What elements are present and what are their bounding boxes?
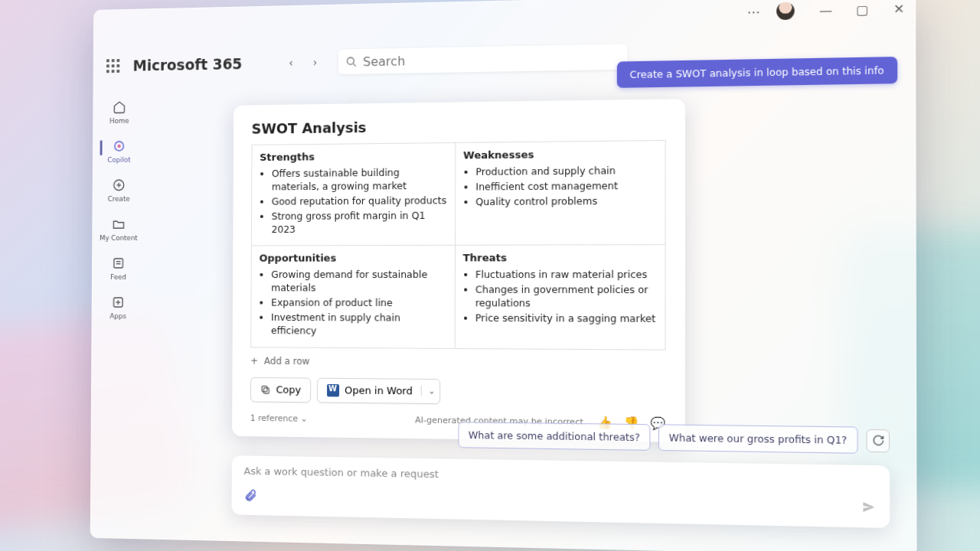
add-row-label: Add a row [264,355,310,367]
home-icon [112,99,126,115]
swot-table: Strengths Offers sustainable building ma… [250,140,665,350]
close-button[interactable]: ✕ [894,4,904,14]
quadrant-heading: Opportunities [260,252,447,264]
card-title: SWOT Analysis [252,115,666,136]
sidebar-item-mycontent[interactable]: My Content [100,217,138,242]
refresh-suggestions-button[interactable] [866,429,890,452]
apps-icon [111,295,126,310]
svg-point-0 [348,57,354,64]
minimize-button[interactable]: — [821,5,831,15]
sidebar-item-home[interactable]: Home [109,99,129,125]
add-row-button[interactable]: + Add a row [250,355,665,369]
suggestion-row: What are some additional threats? What w… [458,422,890,454]
sidebar-item-label: Home [109,117,129,125]
open-in-word-button[interactable]: Open in Word ⌄ [317,377,441,403]
list-item: Expansion of product line [271,297,446,311]
composer-placeholder: Ask a work question or make a request [244,465,877,487]
svg-rect-7 [114,259,123,268]
word-icon [327,384,339,397]
refresh-icon [872,434,884,446]
copy-icon [260,384,271,395]
sidebar-item-label: Feed [110,273,126,281]
list-item: Fluctuations in raw material prices [475,269,657,282]
sidebar-item-copilot[interactable]: Copilot [107,139,131,164]
paperclip-icon [243,488,257,503]
app-window: ⋯ — ▢ ✕ Microsoft 365 ‹ › Search Home Co… [90,0,917,551]
chevron-down-icon[interactable]: ⌄ [421,386,436,396]
copy-button[interactable]: Copy [250,377,311,403]
copy-label: Copy [276,384,301,396]
plus-circle-icon [112,178,126,193]
quadrant-heading: Weaknesses [463,147,657,161]
app-launcher-icon[interactable] [106,59,119,73]
reference-toggle[interactable]: 1 reference ⌄ [250,413,308,424]
quadrant-strengths: Strengths Offers sustainable building ma… [251,142,455,246]
list-item: Investment in supply chain efficiency [271,311,446,339]
sidebar-item-feed[interactable]: Feed [110,256,126,281]
list-item: Inefficient cost management [475,179,657,194]
sidebar-item-label: My Content [100,234,138,242]
more-button[interactable]: ⋯ [747,4,762,19]
composer[interactable]: Ask a work question or make a request [232,455,890,528]
list-item: Offers sustainable building materials, a… [272,166,447,194]
list-item: Quality control problems [475,194,657,209]
suggestion-chip[interactable]: What are some additional threats? [458,422,650,451]
quadrant-heading: Threats [463,252,657,264]
folder-icon [111,217,126,232]
plus-icon: + [250,355,258,366]
response-card: SWOT Analysis Strengths Offers sustainab… [232,99,685,442]
svg-rect-13 [263,388,269,393]
sidebar-item-label: Apps [109,312,126,320]
open-word-label: Open in Word [345,384,413,396]
action-row: Copy Open in Word ⌄ [250,377,666,406]
sidebar-item-label: Copilot [107,156,130,164]
list-item: Strong gross profit margin in Q1 2023 [272,209,447,236]
list-item: Price sensitivity in a sagging market [475,312,657,326]
sidebar-item-create[interactable]: Create [108,178,130,203]
sidebar: Home Copilot Create My Content Feed Apps [97,99,140,321]
svg-point-3 [117,145,120,148]
quadrant-threats: Threats Fluctuations in raw material pri… [455,245,665,350]
copilot-icon [112,139,126,154]
list-item: Changes in government policies or regula… [475,284,657,311]
avatar[interactable] [776,2,795,21]
list-item: Good reputation for quality products [272,194,447,209]
quadrant-heading: Strengths [260,149,447,163]
svg-rect-14 [262,386,267,391]
sidebar-item-label: Create [108,195,130,203]
list-item: Growing demand for sustainable materials [271,269,446,295]
attach-button[interactable] [243,488,257,506]
suggestion-chip[interactable]: What were our gross profits in Q1? [658,424,858,453]
quadrant-opportunities: Opportunities Growing demand for sustain… [251,246,455,348]
titlebar: ⋯ — ▢ ✕ [747,0,904,21]
main-area: Create a SWOT analysis in loop based on … [157,57,899,543]
quadrant-weaknesses: Weaknesses Production and supply chain I… [455,140,665,245]
maximize-button[interactable]: ▢ [858,5,867,15]
send-button[interactable] [861,500,877,518]
send-icon [861,500,877,515]
list-item: Production and supply chain [475,164,657,179]
user-prompt-bubble: Create a SWOT analysis in loop based on … [617,57,897,88]
sidebar-item-apps[interactable]: Apps [109,295,126,320]
feed-icon [111,256,126,271]
